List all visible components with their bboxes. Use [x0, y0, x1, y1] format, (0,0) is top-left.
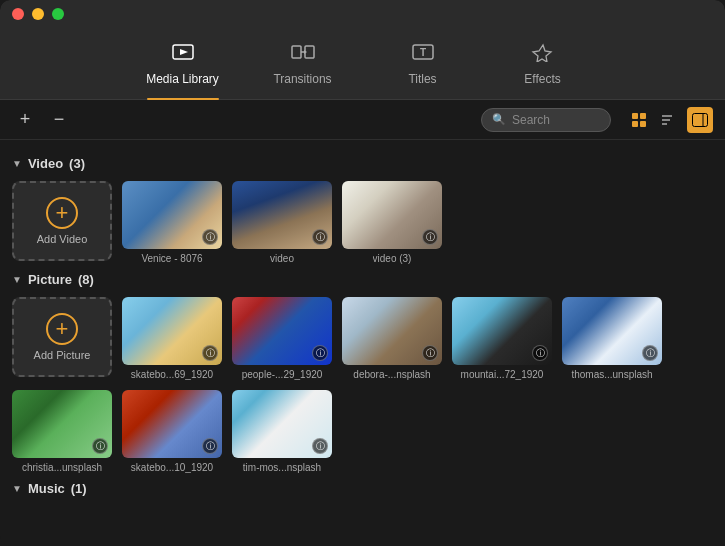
add-picture-tile[interactable]: + Add Picture	[12, 297, 112, 377]
search-input[interactable]	[512, 113, 592, 127]
tab-transitions[interactable]: Transitions	[243, 28, 363, 100]
list-item[interactable]: ⓘ mountai...72_1920	[452, 297, 552, 380]
list-item[interactable]: ⓘ video	[232, 181, 332, 264]
info-badge[interactable]: ⓘ	[642, 345, 658, 361]
info-badge[interactable]: ⓘ	[202, 438, 218, 454]
chevron-music: ▼	[12, 483, 22, 494]
add-picture-icon: +	[46, 313, 78, 345]
info-badge[interactable]: ⓘ	[422, 345, 438, 361]
chevron-picture: ▼	[12, 274, 22, 285]
search-icon: 🔍	[492, 113, 506, 126]
add-picture-label: Add Picture	[34, 349, 91, 361]
add-video-icon: +	[46, 197, 78, 229]
media-label: mountai...72_1920	[461, 369, 544, 380]
svg-text:T: T	[419, 47, 425, 58]
thumbnail: ⓘ	[232, 390, 332, 458]
video-grid: + Add Video ⓘ Venice - 8076 ⓘ video ⓘ vi…	[12, 181, 713, 264]
add-video-tile[interactable]: + Add Video	[12, 181, 112, 261]
tab-effects[interactable]: Effects	[483, 28, 603, 100]
maximize-button[interactable]	[52, 8, 64, 20]
section-video-label: Video	[28, 156, 63, 171]
media-label: skatebo...10_1920	[131, 462, 213, 473]
tab-media-library-label: Media Library	[146, 72, 219, 86]
section-picture-label: Picture	[28, 272, 72, 287]
info-badge[interactable]: ⓘ	[422, 229, 438, 245]
toolbar: + − 🔍	[0, 100, 725, 140]
svg-rect-10	[632, 121, 638, 127]
media-label: thomas...unsplash	[571, 369, 652, 380]
list-item[interactable]: ⓘ christia...unsplash	[12, 390, 112, 473]
add-button[interactable]: +	[12, 107, 38, 133]
section-music-label: Music	[28, 481, 65, 496]
minimize-button[interactable]	[32, 8, 44, 20]
list-item[interactable]: ⓘ skatebo...69_1920	[122, 297, 222, 380]
media-label: video (3)	[373, 253, 412, 264]
add-video-label: Add Video	[37, 233, 88, 245]
close-button[interactable]	[12, 8, 24, 20]
tab-transitions-label: Transitions	[273, 72, 331, 86]
picture-grid: + Add Picture ⓘ skatebo...69_1920 ⓘ peop…	[12, 297, 713, 473]
svg-rect-15	[693, 113, 708, 126]
section-header-music[interactable]: ▼ Music (1)	[12, 481, 713, 496]
transitions-icon	[291, 42, 315, 66]
sort-button[interactable]	[655, 108, 679, 132]
media-label: skatebo...69_1920	[131, 369, 213, 380]
media-label: video	[270, 253, 294, 264]
svg-rect-9	[640, 113, 646, 119]
tab-media-library[interactable]: Media Library	[123, 28, 243, 100]
list-item[interactable]: ⓘ debora-...nsplash	[342, 297, 442, 380]
media-library-icon	[171, 42, 195, 66]
thumbnail: ⓘ	[232, 297, 332, 365]
list-item[interactable]: ⓘ Venice - 8076	[122, 181, 222, 264]
list-item[interactable]: ⓘ tim-mos...nsplash	[232, 390, 332, 473]
media-label: christia...unsplash	[22, 462, 102, 473]
list-item[interactable]: ⓘ skatebo...10_1920	[122, 390, 222, 473]
remove-button[interactable]: −	[46, 107, 72, 133]
chevron-video: ▼	[12, 158, 22, 169]
info-badge[interactable]: ⓘ	[532, 345, 548, 361]
search-box: 🔍	[481, 108, 611, 132]
info-badge[interactable]: ⓘ	[92, 438, 108, 454]
thumbnail: ⓘ	[342, 181, 442, 249]
sidebar-toggle-button[interactable]	[687, 107, 713, 133]
list-item[interactable]: ⓘ thomas...unsplash	[562, 297, 662, 380]
titles-icon: T	[411, 42, 435, 66]
section-music-count: (1)	[71, 481, 87, 496]
section-header-picture[interactable]: ▼ Picture (8)	[12, 272, 713, 287]
media-label: debora-...nsplash	[353, 369, 430, 380]
tabbar: Media Library Transitions T Titles E	[0, 28, 725, 100]
info-badge[interactable]: ⓘ	[202, 229, 218, 245]
thumbnail: ⓘ	[342, 297, 442, 365]
list-item[interactable]: ⓘ video (3)	[342, 181, 442, 264]
thumbnail: ⓘ	[232, 181, 332, 249]
thumbnail: ⓘ	[452, 297, 552, 365]
media-label: people-...29_1920	[242, 369, 323, 380]
media-label: Venice - 8076	[141, 253, 202, 264]
tab-titles[interactable]: T Titles	[363, 28, 483, 100]
section-header-video[interactable]: ▼ Video (3)	[12, 156, 713, 171]
info-badge[interactable]: ⓘ	[312, 229, 328, 245]
svg-rect-2	[292, 46, 301, 58]
thumbnail: ⓘ	[122, 181, 222, 249]
svg-rect-11	[640, 121, 646, 127]
info-badge[interactable]: ⓘ	[202, 345, 218, 361]
thumbnail: ⓘ	[122, 297, 222, 365]
tab-titles-label: Titles	[408, 72, 436, 86]
thumbnail: ⓘ	[12, 390, 112, 458]
thumbnail: ⓘ	[562, 297, 662, 365]
effects-icon	[531, 42, 555, 66]
media-label: tim-mos...nsplash	[243, 462, 321, 473]
svg-rect-8	[632, 113, 638, 119]
list-item[interactable]: ⓘ people-...29_1920	[232, 297, 332, 380]
section-picture-count: (8)	[78, 272, 94, 287]
info-badge[interactable]: ⓘ	[312, 438, 328, 454]
svg-marker-1	[180, 49, 188, 55]
titlebar	[0, 0, 725, 28]
tab-effects-label: Effects	[524, 72, 560, 86]
thumbnail: ⓘ	[122, 390, 222, 458]
info-badge[interactable]: ⓘ	[312, 345, 328, 361]
section-video-count: (3)	[69, 156, 85, 171]
content-area: ▼ Video (3) + Add Video ⓘ Venice - 8076 …	[0, 140, 725, 546]
view-controls	[627, 108, 679, 132]
grid-view-button[interactable]	[627, 108, 651, 132]
